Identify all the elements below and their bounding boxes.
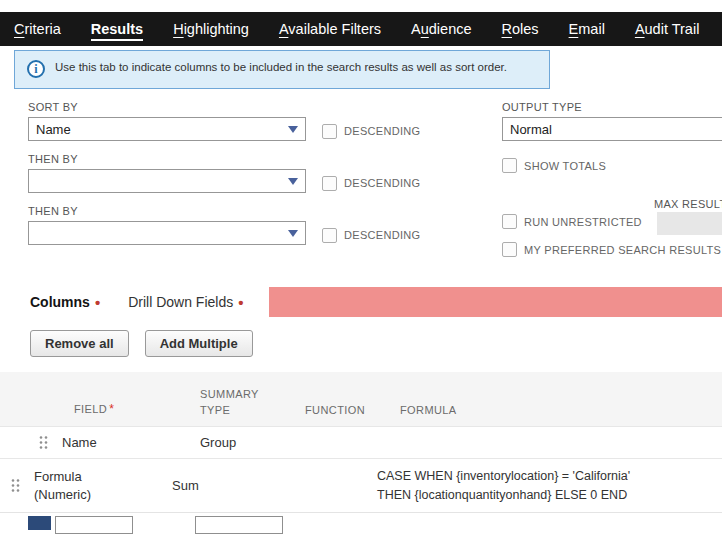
sort-by-value: Name xyxy=(36,122,71,137)
table-header-row: FIELD* SUMMARY TYPE FUNCTION FORMULA xyxy=(0,372,722,426)
remove-all-button[interactable]: Remove all xyxy=(30,330,129,357)
add-multiple-button[interactable]: Add Multiple xyxy=(145,330,253,357)
run-unrestricted-label: RUN UNRESTRICTED xyxy=(524,216,642,228)
max-results-input xyxy=(657,212,722,235)
subtab-bar-fill xyxy=(269,287,722,317)
descending-label: DESCENDING xyxy=(344,229,420,241)
then-by-2-label: THEN BY xyxy=(28,205,420,217)
preferred-search-results-label: MY PREFERRED SEARCH RESULTS xyxy=(524,244,721,256)
red-dot-icon: • xyxy=(95,294,100,311)
tab-available-filters[interactable]: Available Filters xyxy=(279,21,381,37)
tab-email[interactable]: Email xyxy=(569,21,605,37)
sort-by-descending-checkbox[interactable]: DESCENDING xyxy=(322,124,420,139)
tab-audience[interactable]: Audience xyxy=(411,21,471,37)
drag-handle-icon[interactable] xyxy=(0,478,30,493)
subtab-columns[interactable]: Columns • xyxy=(30,294,100,311)
info-icon: i xyxy=(27,60,45,78)
header-formula: FORMULA xyxy=(400,403,722,418)
tab-highlighting[interactable]: Highlighting xyxy=(173,21,249,37)
sort-by-label: SORT BY xyxy=(28,101,420,113)
cell-field: Name xyxy=(58,434,158,452)
table-row[interactable]: Formula (Numeric) Sum CASE WHEN {invento… xyxy=(0,458,722,512)
output-type-value: Normal xyxy=(510,122,552,137)
checkbox-icon[interactable] xyxy=(322,124,337,139)
table-actions: Remove all Add Multiple xyxy=(30,330,722,357)
saved-search-results-page: Criteria Results Highlighting Available … xyxy=(0,0,722,541)
red-dot-icon: • xyxy=(238,294,243,311)
run-unrestricted-checkbox[interactable]: RUN UNRESTRICTED xyxy=(502,214,642,229)
chevron-down-icon xyxy=(288,126,298,133)
header-function: FUNCTION xyxy=(305,403,400,418)
tab-audit-trail[interactable]: Audit Trail xyxy=(635,21,699,37)
sort-column: SORT BY Name DESCENDING THEN BY xyxy=(28,101,420,257)
tab-results[interactable]: Results xyxy=(91,21,143,37)
tab-roles[interactable]: Roles xyxy=(502,21,539,37)
tab-criteria[interactable]: Criteria xyxy=(14,21,61,37)
main-tab-bar: Criteria Results Highlighting Available … xyxy=(0,12,722,46)
table-row[interactable]: Name Group xyxy=(0,426,722,458)
descending-label: DESCENDING xyxy=(344,177,420,189)
max-results-label: MAX RESULTS xyxy=(654,198,722,210)
checkbox-icon[interactable] xyxy=(322,176,337,191)
then-by-2-select[interactable] xyxy=(28,221,306,245)
checkbox-icon[interactable] xyxy=(322,228,337,243)
output-type-select[interactable]: Normal xyxy=(502,117,722,141)
then-by-select[interactable] xyxy=(28,169,306,193)
show-totals-checkbox[interactable]: SHOW TOTALS xyxy=(502,158,606,173)
cell-summary-type: Sum xyxy=(172,478,277,493)
header-field: FIELD* xyxy=(58,401,200,418)
sort-output-form: SORT BY Name DESCENDING THEN BY xyxy=(0,101,722,287)
info-banner-text: Use this tab to indicate columns to be i… xyxy=(55,59,507,78)
field-edit-input[interactable] xyxy=(55,516,133,534)
chevron-down-icon xyxy=(288,230,298,237)
cell-summary-type: Group xyxy=(200,435,305,450)
preferred-search-results-checkbox[interactable]: MY PREFERRED SEARCH RESULTS xyxy=(502,242,721,257)
then-by-2-descending-checkbox[interactable]: DESCENDING xyxy=(322,228,420,243)
cell-field: Formula (Numeric) xyxy=(30,468,130,503)
output-type-label: OUTPUT TYPE xyxy=(502,101,722,113)
chevron-down-icon xyxy=(288,178,298,185)
sort-by-select[interactable]: Name xyxy=(28,117,306,141)
cell-formula: CASE WHEN {inventorylocation} = 'Califor… xyxy=(372,467,667,505)
output-column: OUTPUT TYPE Normal SHOW TOTALS MAX RESUL… xyxy=(502,101,722,141)
then-by-label: THEN BY xyxy=(28,153,420,165)
header-summary-type: SUMMARY TYPE xyxy=(200,387,270,418)
columns-table: FIELD* SUMMARY TYPE FUNCTION FORMULA Nam… xyxy=(0,372,722,534)
info-banner: i Use this tab to indicate columns to be… xyxy=(14,50,550,89)
drag-handle-icon[interactable] xyxy=(28,435,58,450)
checkbox-icon[interactable] xyxy=(502,242,517,257)
summary-type-edit-input[interactable] xyxy=(195,516,283,534)
descending-label: DESCENDING xyxy=(344,125,420,137)
row-selection-indicator xyxy=(28,516,51,530)
subtab-bar: Columns • Drill Down Fields • xyxy=(0,287,722,317)
subtab-drill-down-fields[interactable]: Drill Down Fields • xyxy=(128,294,243,311)
checkbox-icon[interactable] xyxy=(502,214,517,229)
then-by-descending-checkbox[interactable]: DESCENDING xyxy=(322,176,420,191)
edit-row-partial xyxy=(0,512,722,534)
show-totals-label: SHOW TOTALS xyxy=(524,160,606,172)
required-asterisk: * xyxy=(109,402,114,416)
checkbox-icon[interactable] xyxy=(502,158,517,173)
